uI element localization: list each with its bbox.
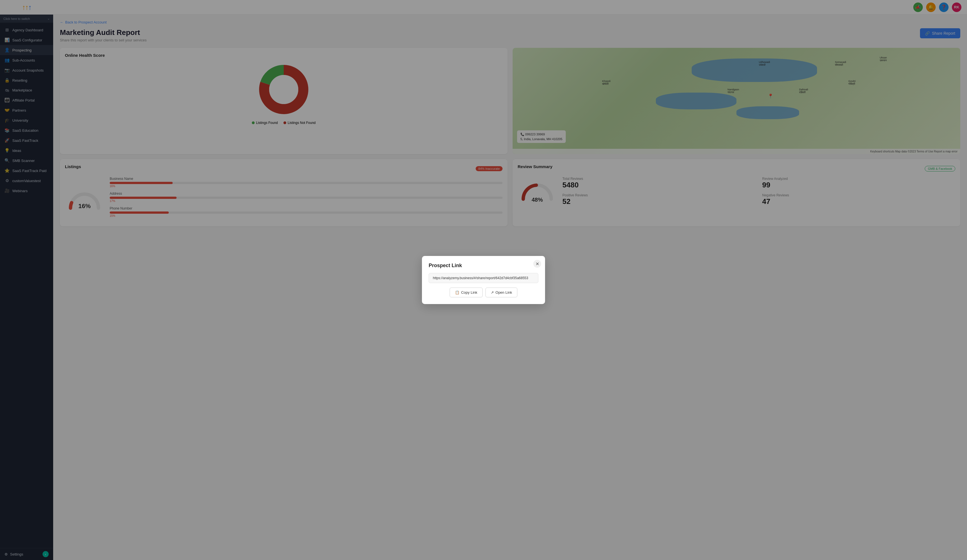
modal-title: Prospect Link (429, 263, 538, 268)
modal-overlay[interactable]: Prospect Link ✕ https://analyzemy.busine… (0, 0, 967, 560)
copy-link-button[interactable]: 📋 Copy Link (450, 288, 483, 297)
modal-actions: 📋 Copy Link ↗ Open Link (429, 288, 538, 297)
modal-url: https://analyzemy.business/#/share/repor… (429, 273, 538, 283)
prospect-link-modal: Prospect Link ✕ https://analyzemy.busine… (422, 256, 545, 304)
external-link-icon: ↗ (491, 290, 494, 295)
open-link-button[interactable]: ↗ Open Link (485, 288, 517, 297)
copy-icon: 📋 (455, 290, 459, 295)
modal-close-button[interactable]: ✕ (533, 260, 541, 268)
